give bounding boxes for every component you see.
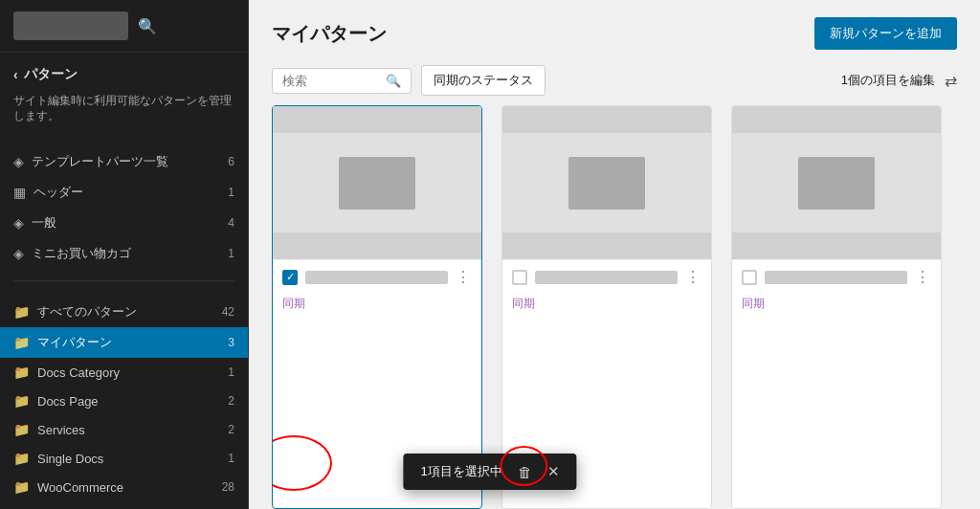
preview-strip-top-3	[732, 106, 941, 133]
toolbar-right: 1個の項目を編集 ⇄	[841, 72, 957, 90]
sidebar-item-label: すべてのパターン	[37, 303, 137, 321]
preview-strip-bottom	[273, 232, 481, 259]
docs-page-count: 2	[228, 394, 234, 408]
sidebar-search-icon[interactable]: 🔍	[138, 17, 157, 35]
search-icon: 🔍	[386, 74, 401, 88]
general-count: 4	[228, 216, 234, 230]
card-sync-1: 同期	[273, 294, 481, 320]
sidebar-item-all-patterns[interactable]: 📁 すべてのパターン 42	[0, 297, 248, 327]
edit-count-label: 1個の項目を編集	[841, 72, 935, 89]
folder-icon: 📁	[13, 304, 30, 320]
sidebar-item-docs-category[interactable]: 📁 Docs Category 1	[0, 358, 248, 387]
pattern-card-3[interactable]: ⋮ 同期	[731, 105, 942, 509]
card-more-icon-2[interactable]: ⋮	[685, 268, 702, 286]
docs-category-count: 1	[228, 365, 234, 379]
sidebar-item-label: 一般	[32, 214, 56, 232]
sidebar-item-label: マイパターン	[37, 334, 112, 351]
card-footer-3: ⋮	[732, 259, 941, 294]
preview-strip-top-2	[502, 106, 711, 133]
sidebar-template-section: ◈ テンプレートパーツ一覧 6 ▦ ヘッダー 1 ◈ 一般 4 ◈ ミニお買い物…	[0, 137, 248, 275]
sidebar-logo	[13, 11, 128, 40]
sidebar-back-button[interactable]: ‹ パターン	[0, 53, 248, 87]
sidebar-item-my-patterns[interactable]: 📁 マイパターン 3	[0, 327, 248, 358]
selection-count-text: 1項目を選択中	[420, 463, 501, 480]
add-pattern-button[interactable]: 新規パターンを追加	[814, 17, 957, 50]
services-count: 2	[228, 423, 234, 436]
page-title: マイパターン	[272, 21, 387, 47]
sidebar-description: サイト編集時に利用可能なパターンを管理します。	[0, 87, 248, 137]
card-name-2	[535, 271, 678, 284]
services-icon: 📁	[13, 422, 30, 437]
selection-bottom-bar: 1項目を選択中 🗑 ✕	[403, 454, 576, 490]
pattern-card-1[interactable]: ⋮ 同期	[272, 105, 482, 509]
preview-image-2	[568, 157, 645, 210]
sidebar-item-label: Docs Category	[37, 365, 120, 380]
template-parts-count: 6	[228, 155, 234, 168]
sidebar-item-label: WooCommerce	[37, 480, 123, 495]
general-icon: ◈	[13, 215, 24, 231]
search-input[interactable]	[282, 74, 378, 88]
card-checkbox-2[interactable]	[512, 270, 527, 285]
sidebar-item-label: Services	[37, 423, 85, 437]
sidebar-item-label: Single Docs	[37, 452, 103, 466]
template-parts-icon: ◈	[13, 154, 24, 169]
mini-cart-count: 1	[228, 247, 234, 260]
sidebar-item-label: テンプレートパーツ一覧	[32, 153, 168, 170]
single-docs-icon: 📁	[13, 451, 30, 466]
card-checkbox-3[interactable]	[742, 270, 757, 285]
woocommerce-count: 28	[222, 480, 234, 494]
sync-status-button[interactable]: 同期のステータス	[421, 65, 546, 96]
sidebar-item-label: ミニお買い物カゴ	[32, 245, 131, 262]
sidebar-item-single-docs[interactable]: 📁 Single Docs 1	[0, 444, 248, 473]
pattern-card-2[interactable]: ⋮ 同期	[501, 105, 712, 509]
mini-cart-icon: ◈	[13, 246, 24, 261]
docs-category-icon: 📁	[13, 365, 30, 380]
header-icon: ▦	[13, 185, 26, 200]
main-header: マイパターン 新規パターンを追加	[249, 0, 980, 59]
sidebar-item-services[interactable]: 📁 Services 2	[0, 415, 248, 444]
sidebar-patterns-section: 📁 すべてのパターン 42 📁 マイパターン 3 📁 Docs Category…	[0, 287, 248, 507]
filter-icon[interactable]: ⇄	[945, 72, 957, 90]
sidebar-item-woocommerce[interactable]: 📁 WooCommerce 28	[0, 473, 248, 501]
card-name-1	[305, 271, 448, 284]
sidebar-item-general[interactable]: ◈ 一般 4	[0, 208, 248, 238]
sidebar-back-label: パターン	[24, 66, 78, 83]
sidebar-header: 🔍	[0, 0, 248, 53]
preview-image-3	[798, 157, 875, 210]
card-footer-2: ⋮	[502, 259, 711, 294]
card-name-3	[765, 271, 907, 284]
preview-strip-top	[273, 106, 481, 133]
card-checkbox-1[interactable]	[282, 270, 298, 285]
sidebar-item-label: Docs Page	[37, 394, 99, 409]
cards-grid: ⋮ 同期 ⋮ 同期	[249, 105, 980, 509]
header-count: 1	[228, 186, 234, 199]
card-sync-2: 同期	[502, 294, 711, 320]
card-more-icon-1[interactable]: ⋮	[456, 268, 472, 286]
toolbar-left: 🔍 同期のステータス	[272, 65, 546, 96]
card-sync-3: 同期	[732, 294, 941, 320]
preview-strip-bottom-2	[502, 232, 711, 259]
sidebar: 🔍 ‹ パターン サイト編集時に利用可能なパターンを管理します。 ◈ テンプレー…	[0, 0, 249, 509]
trash-icon[interactable]: 🗑	[518, 464, 532, 480]
main-content: マイパターン 新規パターンを追加 🔍 同期のステータス 1個の項目を編集 ⇄	[249, 0, 980, 509]
card-more-icon-3[interactable]: ⋮	[915, 268, 931, 286]
sidebar-item-header[interactable]: ▦ ヘッダー 1	[0, 177, 248, 208]
card-preview-1	[273, 106, 481, 259]
woocommerce-icon: 📁	[13, 479, 30, 495]
sidebar-item-label: ヘッダー	[33, 184, 83, 201]
sidebar-item-mini-cart[interactable]: ◈ ミニお買い物カゴ 1	[0, 238, 248, 269]
sidebar-item-docs-page[interactable]: 📁 Docs Page 2	[0, 387, 248, 415]
main-toolbar: 🔍 同期のステータス 1個の項目を編集 ⇄	[249, 59, 980, 105]
card-footer-1: ⋮	[273, 259, 481, 294]
folder-active-icon: 📁	[13, 335, 30, 350]
all-patterns-count: 42	[222, 305, 234, 319]
sidebar-item-template-parts[interactable]: ◈ テンプレートパーツ一覧 6	[0, 146, 248, 177]
card-preview-2	[502, 106, 711, 259]
close-selection-icon[interactable]: ✕	[547, 463, 560, 480]
preview-image-1	[339, 157, 415, 210]
sidebar-divider	[13, 280, 234, 281]
card-preview-3	[732, 106, 941, 259]
single-docs-count: 1	[228, 452, 234, 465]
preview-strip-bottom-3	[732, 232, 941, 259]
chevron-left-icon: ‹	[13, 67, 18, 82]
